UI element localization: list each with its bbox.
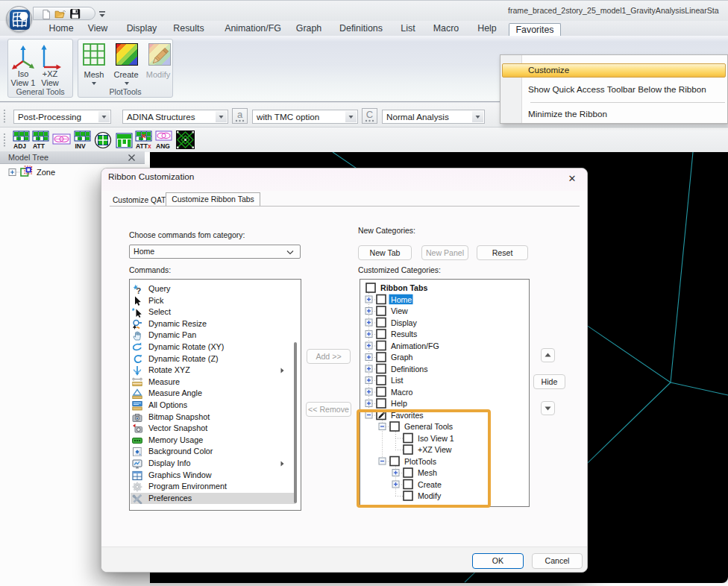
svg-text:Zone: Zone [37,168,55,177]
svg-text:Macro: Macro [391,388,413,397]
svg-text:ATTx: ATTx [136,142,151,150]
svg-text:Display: Display [391,318,417,327]
svg-text:Help: Help [391,399,407,408]
svg-text:ANG: ANG [156,142,170,150]
svg-text:ADJ: ADJ [13,142,26,150]
svg-text:INV: INV [75,142,87,150]
svg-text:Results: Results [391,330,417,338]
svg-text:ATT: ATT [33,142,46,150]
svg-text:Ribbon Tabs: Ribbon Tabs [380,283,427,292]
svg-text:Definitions: Definitions [391,365,427,374]
svg-text:Animation/FG: Animation/FG [391,341,439,350]
svg-text:View: View [391,306,408,315]
svg-text:Home: Home [391,295,412,304]
svg-text:Graph: Graph [391,353,413,362]
svg-text:?: ? [136,286,142,294]
svg-text:List: List [391,376,404,385]
